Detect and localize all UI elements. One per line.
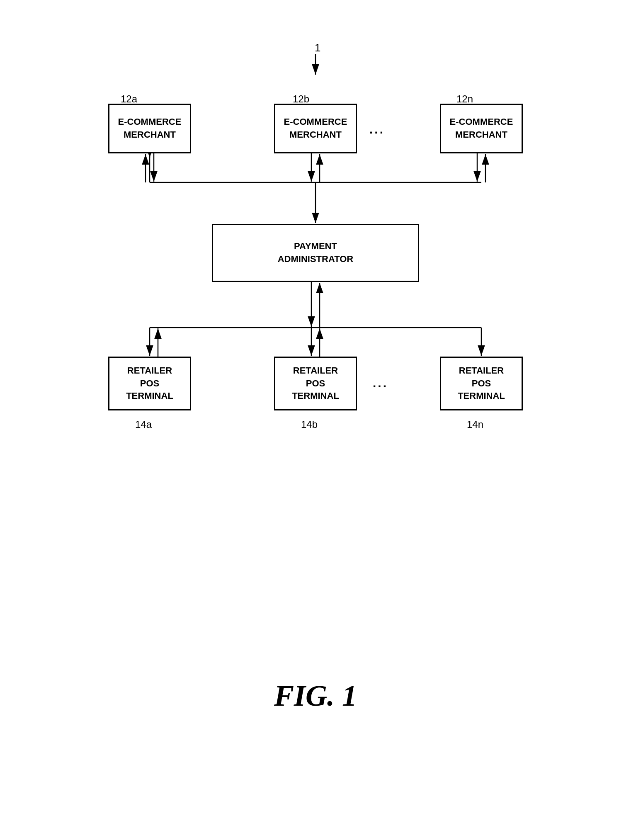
ref-12a: 12a	[121, 93, 137, 105]
retailer-14n-label: RETAILERPOSTERMINAL	[458, 364, 505, 403]
merchant-12n-box: E-COMMERCEMERCHANT	[440, 104, 523, 153]
merchant-12n-label: E-COMMERCEMERCHANT	[450, 116, 513, 141]
retailer-14a-label: RETAILERPOSTERMINAL	[126, 364, 173, 403]
dots-retailers: ...	[373, 376, 388, 390]
merchant-12a-label: E-COMMERCEMERCHANT	[118, 116, 182, 141]
merchant-12a-box: E-COMMERCEMERCHANT	[108, 104, 191, 153]
payment-admin-box: PAYMENTADMINISTRATOR	[212, 224, 419, 282]
retailer-14a-box: RETAILERPOSTERMINAL	[108, 357, 191, 410]
retailer-14n-box: RETAILERPOSTERMINAL	[440, 357, 523, 410]
diagram: 1	[87, 41, 544, 746]
retailer-14b-label: RETAILERPOSTERMINAL	[292, 364, 339, 403]
ref-14a: 14a	[135, 419, 152, 430]
ref-1-label: 1	[315, 41, 320, 54]
figure-caption: FIG. 1	[274, 679, 357, 713]
dots-merchants: ...	[369, 122, 385, 136]
ref-12n: 12n	[456, 93, 473, 105]
payment-admin-label: PAYMENTADMINISTRATOR	[278, 240, 354, 266]
ref-14n: 14n	[467, 419, 483, 430]
merchant-12b-box: E-COMMERCEMERCHANT	[274, 104, 357, 153]
ref-12b: 12b	[293, 93, 309, 105]
ref-14b: 14b	[301, 419, 318, 430]
merchant-12b-label: E-COMMERCEMERCHANT	[284, 116, 347, 141]
retailer-14b-box: RETAILERPOSTERMINAL	[274, 357, 357, 410]
